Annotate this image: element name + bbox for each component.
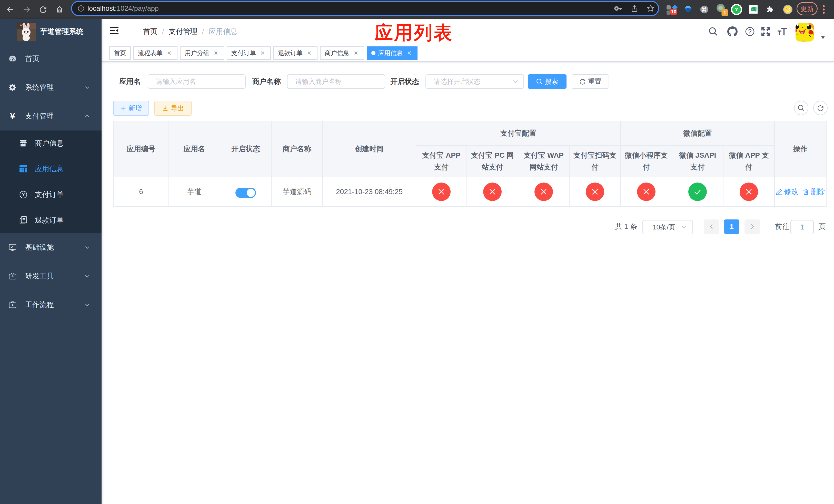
svg-text:10: 10: [671, 9, 676, 14]
svg-text:1: 1: [723, 10, 726, 15]
